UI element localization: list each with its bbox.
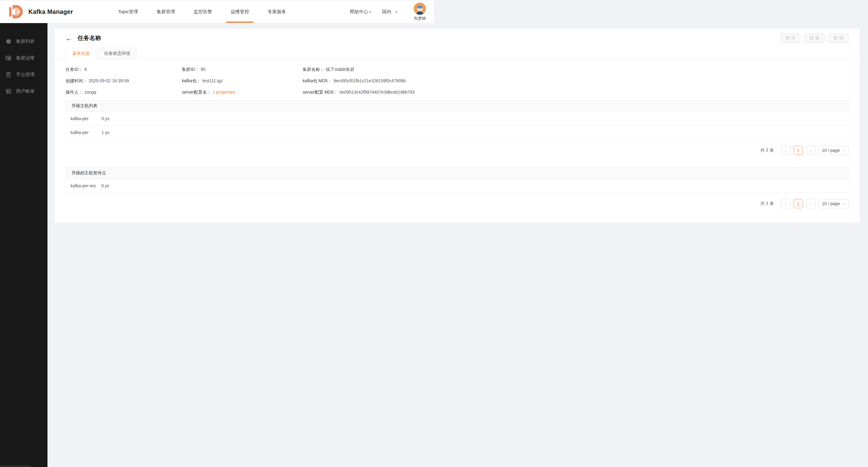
info-server-config-md5: server配置 MD5：0e09513c42f9974407e3dbceb19…	[303, 90, 434, 95]
host-row: kafka-per1.ys	[66, 126, 434, 139]
nav-monitor-alert[interactable]: 监控告警	[184, 1, 221, 23]
chevron-down-icon: ∨	[395, 10, 398, 14]
app-title: Kafka Manager	[28, 8, 73, 15]
info-create-time: 创建时间：2020-09-02 16:39:59	[66, 78, 182, 84]
help-center-menu[interactable]: 帮助中心 ∨	[349, 9, 371, 15]
tab-bar: 基本信息 任务状态详情	[55, 48, 434, 60]
task-info-grid: 任务ID：6 集群ID：95 集群名称：线下stable集群 创建时间：2020…	[66, 67, 434, 95]
avatar	[414, 2, 426, 15]
sidebar-item-label: 平台管理	[16, 72, 34, 78]
page-title: 任务名称	[78, 34, 101, 42]
tab-task-status-detail[interactable]: 任务状态详情	[97, 48, 137, 60]
section-title-upgrade-hosts: 升级主机列表	[66, 100, 434, 112]
nav-cluster-management[interactable]: 集群管理	[147, 1, 184, 23]
top-header: Kafka Manager Topic管理 集群管理 监控告警 运维管控 专家服…	[0, 0, 434, 23]
user-menu[interactable]: 包梦婷	[414, 2, 426, 21]
header-right: 帮助中心 ∨ 国内 ∨ 包梦婷	[349, 2, 426, 21]
region-menu[interactable]: 国内 ∨	[382, 9, 398, 15]
chevron-down-icon: ∨	[369, 10, 371, 14]
info-kafka-package-md5: kafka包 MD5：9ec493cf01fb1c21e326159f0c479…	[303, 78, 434, 84]
upgrade-host-list-section: 升级主机列表 kafka-per0.ys kafka-per1.ys 共 2 条…	[66, 100, 434, 155]
region-label: 国内	[382, 9, 391, 15]
main-area: ← 任务名称 暂 停 回 滚 取 消 基本信息 任务状态详情 任务ID：6 集群…	[48, 23, 434, 234]
kafka-manager-logo-icon	[8, 3, 25, 20]
nav-topic-management[interactable]: Topic管理	[109, 1, 147, 23]
list-icon	[5, 88, 12, 95]
nav-expert-service[interactable]: 专家服务	[258, 1, 295, 23]
sidebar-item-label: 集群列表	[16, 38, 34, 44]
sidebar-item-user-billing[interactable]: 用户账单	[0, 83, 48, 100]
pause-list-pagination: 共 1 条 ‹ 1 › 10 / page ∨	[66, 199, 434, 208]
sidebar-item-label: 集群运维	[16, 55, 34, 61]
sidebar-item-cluster-list[interactable]: 集群列表	[0, 33, 48, 49]
info-operator: 操作人：zongq	[66, 90, 182, 95]
user-name: 包梦婷	[414, 16, 426, 21]
primary-nav: Topic管理 集群管理 监控告警 运维管控 专家服务	[109, 1, 295, 23]
tab-basic-info[interactable]: 基本信息	[66, 48, 96, 60]
sidebar: 集群列表 集群运维	[0, 23, 48, 234]
info-cluster-id: 集群ID：95	[182, 67, 303, 72]
info-cluster-name: 集群名称：线下stable集群	[303, 67, 434, 72]
upgrade-pause-point-section: 升级的主机暂停点 kafka-per-tes0.ys 共 1 条 ‹ 1 › 1…	[66, 167, 434, 208]
info-server-config-name: server配置名：1.properties	[182, 90, 303, 95]
sidebar-item-cluster-ops[interactable]: 集群运维	[0, 49, 48, 66]
help-center-label: 帮助中心	[349, 9, 368, 15]
nav-ops-control[interactable]: 运维管控	[221, 1, 258, 23]
info-task-id: 任务ID：6	[66, 67, 182, 72]
task-detail-card: ← 任务名称 暂 停 回 滚 取 消 基本信息 任务状态详情 任务ID：6 集群…	[55, 29, 434, 223]
info-kafka-package: kafka包：test111.tgz	[182, 78, 303, 84]
host-row: kafka-per-tes0.ys	[66, 179, 434, 193]
sidebar-item-label: 用户账单	[16, 89, 34, 94]
honeycomb-icon	[5, 38, 12, 45]
back-arrow-icon[interactable]: ←	[66, 35, 72, 42]
finance-table-icon	[5, 55, 12, 61]
server-config-link[interactable]: 1.properties	[213, 90, 236, 95]
host-list-pagination: 共 2 条 ‹ 1 › 10 / page ∨	[66, 146, 434, 155]
host-row: kafka-per0.ys	[66, 112, 434, 126]
sidebar-item-platform-management[interactable]: 平台管理	[0, 66, 48, 83]
section-title-pause-points: 升级的主机暂停点	[66, 167, 434, 179]
clipboard-icon	[5, 71, 12, 78]
